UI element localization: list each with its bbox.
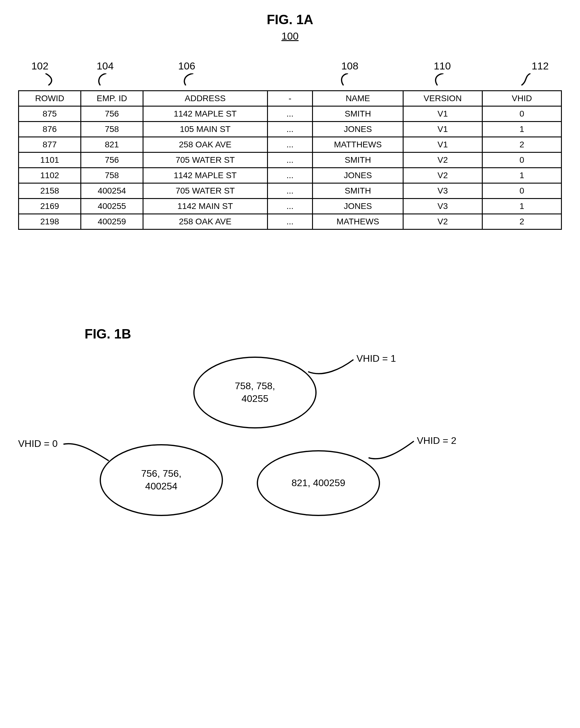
table-cell: 876 (19, 122, 81, 137)
figure-1b-diagram: 758, 758, 40255 VHID = 1 756, 756, 40025… (18, 350, 562, 544)
table-cell: 2198 (19, 214, 81, 230)
table-cell: 2 (482, 137, 561, 153)
table-header-row: ROWID EMP. ID ADDRESS - NAME VERSION VHI… (19, 91, 561, 106)
table-cell: SMITH (313, 106, 403, 122)
table-cell: JONES (313, 199, 403, 214)
col-vhid: VHID (482, 91, 561, 106)
table-cell: 1 (482, 168, 561, 183)
table-cell: ... (267, 199, 313, 214)
table-cell: 1101 (19, 153, 81, 168)
table-row: 2158400254705 WATER ST...SMITHV30 (19, 183, 561, 199)
table-cell: 400259 (81, 214, 143, 230)
table-cell: 258 OAK AVE (143, 137, 267, 153)
table-cell: 1142 MAPLE ST (143, 168, 267, 183)
table-row: 2198400259258 OAK AVE...MATHEWSV22 (19, 214, 561, 230)
label-vhid-2: VHID = 2 (417, 435, 456, 446)
table-cell: 2169 (19, 199, 81, 214)
table-cell: ... (267, 137, 313, 153)
table-cell: V3 (403, 199, 482, 214)
col-name: NAME (313, 91, 403, 106)
table-cell: ... (267, 122, 313, 137)
node-vhid-0: 756, 756, 400254 (100, 444, 223, 516)
callout-110: 110 (434, 60, 451, 72)
table-cell: ... (267, 168, 313, 183)
callout-108: 108 (342, 60, 358, 72)
callout-row: 102 104 106 108 110 112 (18, 60, 562, 90)
callout-102: 102 (31, 60, 49, 72)
data-table: ROWID EMP. ID ADDRESS - NAME VERSION VHI… (18, 90, 562, 230)
table-row: 11027581142 MAPLE ST...JONESV21 (19, 168, 561, 183)
node-vhid-0-content: 756, 756, 400254 (141, 467, 181, 492)
table-row: 877821258 OAK AVE...MATTHEWSV12 (19, 137, 561, 153)
table-cell: 756 (81, 106, 143, 122)
table-cell: MATHEWS (313, 214, 403, 230)
label-vhid-1: VHID = 1 (356, 353, 396, 364)
table-cell: 400255 (81, 199, 143, 214)
table-cell: 1102 (19, 168, 81, 183)
col-version: VERSION (403, 91, 482, 106)
table-cell: MATTHEWS (313, 137, 403, 153)
table-cell: 875 (19, 106, 81, 122)
table-cell: 1142 MAIN ST (143, 199, 267, 214)
node-vhid-1: 758, 758, 40255 (193, 357, 317, 428)
node-vhid-1-content: 758, 758, 40255 (235, 380, 275, 405)
table-row: 21694002551142 MAIN ST...JONESV31 (19, 199, 561, 214)
table-cell: 821 (81, 137, 143, 153)
table-cell: 1142 MAPLE ST (143, 106, 267, 122)
table-cell: ... (267, 214, 313, 230)
table-cell: ... (267, 106, 313, 122)
table-cell: 2158 (19, 183, 81, 199)
figure-1a-ref: 100 (18, 30, 562, 42)
table-cell: 258 OAK AVE (143, 214, 267, 230)
table-cell: 1 (482, 199, 561, 214)
table-cell: V1 (403, 106, 482, 122)
table-row: 8757561142 MAPLE ST...SMITHV10 (19, 106, 561, 122)
table-cell: JONES (313, 168, 403, 183)
table-cell: V2 (403, 153, 482, 168)
table-row: 1101756705 WATER ST...SMITHV20 (19, 153, 561, 168)
table-cell: 105 MAIN ST (143, 122, 267, 137)
table-cell: 1 (482, 122, 561, 137)
table-cell: SMITH (313, 183, 403, 199)
table-cell: SMITH (313, 153, 403, 168)
table-cell: JONES (313, 122, 403, 137)
table-cell: 705 WATER ST (143, 183, 267, 199)
table-cell: 877 (19, 137, 81, 153)
table-cell: V2 (403, 168, 482, 183)
table-cell: 705 WATER ST (143, 153, 267, 168)
table-cell: 0 (482, 106, 561, 122)
node-vhid-2-content: 821, 400259 (292, 477, 345, 490)
callout-104: 104 (97, 60, 114, 72)
table-row: 876758105 MAIN ST...JONESV11 (19, 122, 561, 137)
col-empid: EMP. ID (81, 91, 143, 106)
table-cell: V1 (403, 137, 482, 153)
table-cell: V2 (403, 214, 482, 230)
table-cell: 2 (482, 214, 561, 230)
node-vhid-2: 821, 400259 (257, 450, 380, 516)
col-address: ADDRESS (143, 91, 267, 106)
table-cell: V1 (403, 122, 482, 137)
figure-1a-title: FIG. 1A (18, 12, 562, 27)
table-cell: V3 (403, 183, 482, 199)
table-cell: 758 (81, 168, 143, 183)
table-cell: ... (267, 183, 313, 199)
table-cell: 0 (482, 183, 561, 199)
callout-112: 112 (532, 60, 549, 72)
table-cell: 756 (81, 153, 143, 168)
table-cell: 0 (482, 153, 561, 168)
table-cell: 758 (81, 122, 143, 137)
callout-106: 106 (178, 60, 196, 72)
col-dash: - (267, 91, 313, 106)
table-body: 8757561142 MAPLE ST...SMITHV10876758105 … (19, 106, 561, 230)
label-vhid-0: VHID = 0 (18, 438, 58, 449)
table-cell: ... (267, 153, 313, 168)
figure-1a: FIG. 1A 100 102 104 106 108 110 112 ROWI… (18, 12, 562, 230)
figure-1b-title: FIG. 1B (84, 327, 562, 341)
table-cell: 400254 (81, 183, 143, 199)
col-rowid: ROWID (19, 91, 81, 106)
